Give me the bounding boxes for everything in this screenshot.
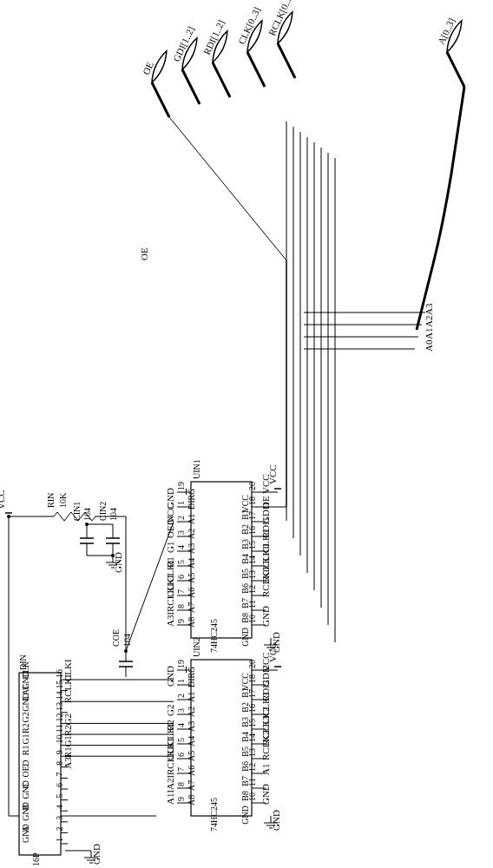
svg-text:9: 9: [176, 619, 186, 623]
svg-text:1: 1: [55, 838, 64, 842]
svg-text:GND: GND: [240, 628, 250, 647]
svg-text:7: 7: [176, 767, 186, 772]
svg-text:2: 2: [55, 826, 64, 831]
svg-text:16: 16: [247, 526, 257, 535]
svg-text:A5: A5: [187, 573, 196, 583]
svg-text:74HC245: 74HC245: [209, 798, 219, 832]
svg-text:4: 4: [176, 545, 186, 549]
svg-text:RCLKI: RCLKI: [165, 583, 175, 612]
svg-text:GND: GND: [240, 806, 250, 825]
svg-text:GND: GND: [271, 810, 281, 831]
gnd-bottom: GND: [65, 844, 102, 865]
svg-text:A6: A6: [187, 766, 196, 776]
svg-text:8: 8: [176, 782, 186, 786]
svg-text:6: 6: [176, 575, 186, 579]
svg-text:R1: R1: [21, 746, 30, 756]
svg-text:15: 15: [247, 719, 257, 727]
svg-text:A1: A1: [187, 514, 196, 524]
svg-text:A3: A3: [424, 303, 434, 315]
svg-text:RCLK0: RCLK0: [260, 567, 271, 597]
svg-text:10: 10: [247, 615, 257, 623]
svg-text:OE: OE: [21, 766, 30, 777]
svg-text:5: 5: [176, 738, 186, 742]
svg-text:14: 14: [247, 556, 257, 564]
svg-text:12: 12: [247, 763, 257, 772]
svg-text:A7: A7: [187, 602, 196, 613]
svg-text:GND: GND: [91, 844, 102, 865]
svg-text:A5: A5: [187, 751, 196, 761]
svg-text:RCLKI: RCLKI: [62, 674, 73, 703]
svg-text:GND: GND: [113, 552, 123, 573]
svg-text:104: 104: [122, 634, 132, 647]
svg-text:10: 10: [247, 792, 257, 801]
svg-text:104: 104: [82, 508, 92, 521]
svg-text:A3: A3: [187, 721, 196, 732]
svg-text:13: 13: [247, 570, 257, 579]
svg-text:GND: GND: [21, 780, 30, 799]
svg-text:VCC: VCC: [267, 642, 278, 662]
svg-text:11: 11: [247, 778, 257, 786]
svg-text:DIR: DIR: [187, 494, 196, 510]
svg-text:RCLKI: RCLKI: [165, 746, 175, 775]
svg-text:11: 11: [247, 600, 257, 608]
svg-text:A8: A8: [187, 617, 196, 628]
svg-line-267: [278, 43, 295, 78]
svg-text:9: 9: [176, 797, 186, 801]
connector-din: DIN 16P CLK16CLKIGND15LAT14RCLKIGND13G21…: [18, 654, 73, 866]
ic-uin2: UIN2 74HC245 19G1DIRGND2A13A2G24A3R25A4C…: [165, 637, 271, 832]
svg-text:A0: A0: [424, 339, 434, 352]
svg-text:G: G: [187, 667, 196, 673]
svg-text:15: 15: [247, 541, 257, 549]
svg-text:12: 12: [247, 585, 257, 594]
svg-text:16P: 16P: [31, 852, 41, 866]
svg-text:OE: OE: [139, 247, 149, 260]
svg-text:RIN: RIN: [46, 493, 56, 508]
cap-coe: COE 104: [111, 516, 133, 677]
svg-text:RCLK2: RCLK2: [260, 730, 271, 760]
svg-text:A4: A4: [187, 736, 196, 746]
svg-text:CIN2: CIN2: [98, 502, 108, 521]
svg-text:UIN2: UIN2: [192, 637, 201, 657]
svg-text:4: 4: [55, 805, 64, 809]
svg-text:13: 13: [55, 702, 64, 711]
svg-text:20: 20: [247, 482, 257, 490]
svg-text:1: 1: [176, 501, 186, 505]
svg-text:2: 2: [176, 694, 186, 698]
svg-text:DIR: DIR: [187, 672, 196, 687]
svg-text:OEIN: OEIN: [165, 516, 175, 538]
svg-text:A7: A7: [187, 780, 196, 791]
svg-text:10K: 10K: [58, 492, 68, 508]
svg-text:104: 104: [108, 508, 118, 521]
svg-text:3: 3: [176, 708, 186, 713]
svg-text:2: 2: [176, 516, 186, 520]
svg-text:5: 5: [176, 560, 186, 564]
svg-text:13: 13: [247, 748, 257, 757]
schematic: VCC RIN 10K CIN1 104 CIN2 104 GND: [0, 0, 493, 868]
svg-text:A1: A1: [424, 328, 434, 339]
svg-line-259: [152, 82, 169, 117]
svg-text:7: 7: [55, 772, 64, 776]
cap-cin2: CIN2 104 GND: [98, 502, 123, 573]
svg-text:A2: A2: [424, 316, 434, 327]
svg-text:G1: G1: [21, 733, 30, 744]
svg-text:GND: GND: [260, 784, 271, 805]
svg-text:COE: COE: [111, 629, 121, 647]
svg-text:VCC: VCC: [267, 464, 278, 484]
svg-text:74HC245: 74HC245: [209, 619, 219, 653]
svg-text:GND: GND: [260, 606, 271, 627]
svg-text:GND: GND: [21, 802, 30, 821]
svg-text:A3I: A3I: [165, 612, 175, 627]
svg-line-261: [182, 69, 200, 104]
svg-text:19: 19: [176, 482, 186, 490]
svg-text:G: G: [187, 489, 196, 495]
svg-text:17: 17: [247, 689, 257, 698]
svg-text:3: 3: [55, 816, 64, 820]
svg-text:17: 17: [247, 511, 257, 520]
svg-text:G1: G1: [165, 542, 175, 553]
svg-text:A3: A3: [187, 543, 196, 554]
svg-text:A6: A6: [187, 588, 196, 598]
svg-text:1: 1: [176, 679, 186, 683]
svg-text:19: 19: [176, 660, 186, 668]
svg-text:A1: A1: [260, 764, 271, 775]
svg-text:GND: GND: [165, 666, 175, 687]
